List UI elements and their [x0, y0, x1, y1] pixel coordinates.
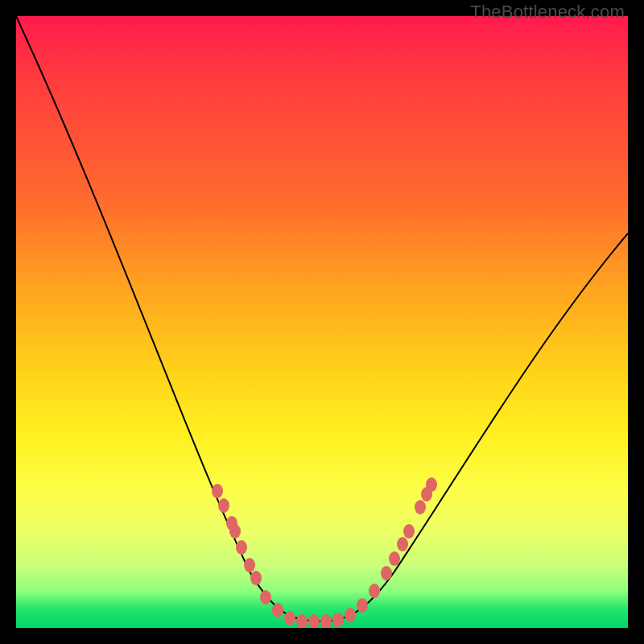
marker-layer	[212, 477, 437, 628]
data-marker	[345, 608, 356, 622]
bottleneck-curve-path	[16, 16, 628, 621]
data-marker	[397, 537, 408, 551]
data-marker	[308, 614, 320, 628]
data-marker	[272, 603, 283, 617]
data-marker	[250, 571, 262, 585]
data-marker	[244, 558, 255, 572]
data-marker	[369, 584, 380, 598]
data-marker	[381, 566, 392, 580]
data-marker	[212, 484, 223, 498]
data-marker	[332, 613, 344, 627]
bottleneck-chart	[16, 16, 628, 628]
data-marker	[229, 524, 241, 539]
data-marker	[426, 477, 437, 492]
data-marker	[357, 598, 368, 613]
data-marker	[320, 614, 332, 628]
data-marker	[236, 540, 247, 555]
data-marker	[389, 551, 400, 566]
data-marker	[218, 498, 229, 513]
watermark-text: TheBottleneck.com	[470, 2, 625, 23]
data-marker	[403, 524, 415, 539]
chart-frame	[16, 16, 628, 628]
data-marker	[284, 611, 295, 625]
data-marker	[260, 590, 271, 605]
data-marker	[296, 614, 308, 628]
data-marker	[415, 500, 426, 514]
